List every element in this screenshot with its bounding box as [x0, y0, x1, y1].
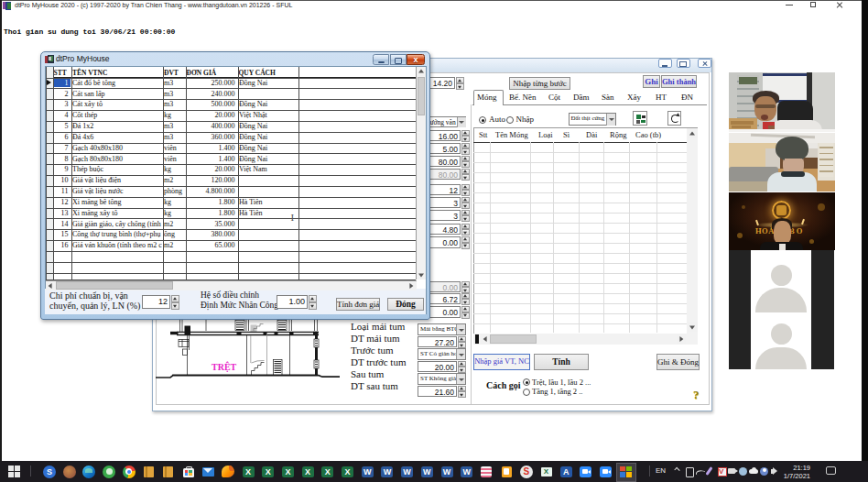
- svg-text:TRỆT: TRỆT: [212, 361, 237, 372]
